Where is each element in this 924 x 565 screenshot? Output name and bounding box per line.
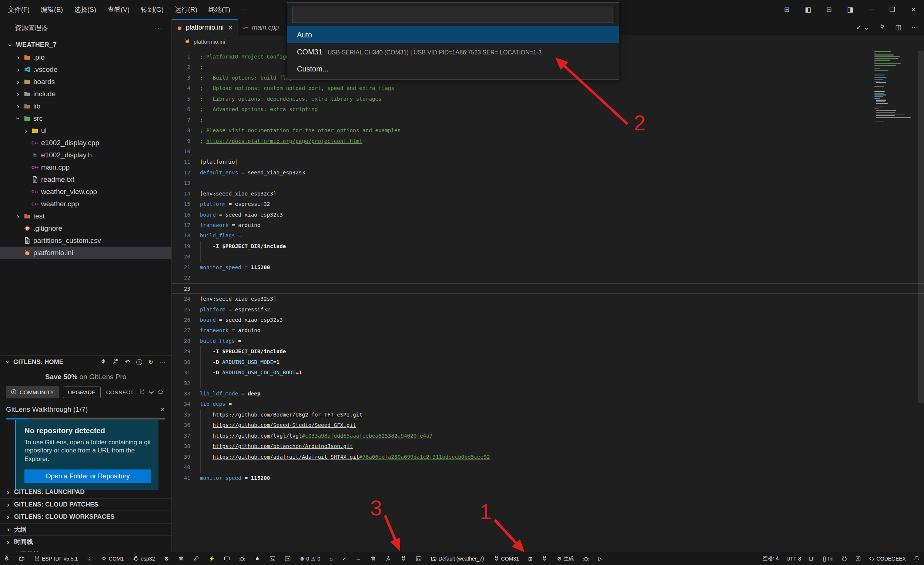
status-trash[interactable]: [178, 556, 184, 562]
code-line-7[interactable]: 7;: [172, 115, 924, 125]
more-button[interactable]: ···: [159, 359, 165, 365]
close-icon[interactable]: ×: [228, 24, 232, 32]
layout-sidebar-right-button[interactable]: ◨: [840, 0, 861, 19]
status-plugin[interactable]: [855, 556, 861, 562]
status-lightning[interactable]: ⚡: [208, 556, 215, 561]
menu-···[interactable]: ···: [236, 0, 254, 19]
status-CODEGEEX[interactable]: CODEGEEX: [869, 556, 906, 562]
status-trash[interactable]: [370, 556, 376, 562]
minimap[interactable]: [874, 51, 911, 122]
more-icon[interactable]: ···: [155, 24, 162, 32]
code-line-36[interactable]: 36 https://github.com/Seeed-Studio/Seeed…: [172, 420, 924, 430]
code-line-29[interactable]: 29 -I $PROJECT_DIR/include: [172, 346, 924, 356]
code-line-33[interactable]: 33lib_ldf_mode = deep: [172, 388, 924, 399]
status-flask[interactable]: [386, 556, 391, 562]
section-大纲[interactable]: ›大纲: [0, 523, 171, 536]
code-line-16[interactable]: 16board = seeed_xiao_esp32c3: [172, 210, 924, 220]
layout-panel-button[interactable]: ⊟: [819, 0, 840, 19]
gitlab-button[interactable]: [148, 389, 154, 396]
code-line-40[interactable]: 40: [172, 462, 924, 472]
code-line-11[interactable]: 11[platformio]: [172, 156, 924, 167]
code-line-20[interactable]: 20: [172, 251, 924, 262]
tree-item-boards[interactable]: ›boards: [0, 75, 171, 88]
quickpick-input[interactable]: [292, 7, 614, 23]
status-home[interactable]: ⌂: [330, 556, 332, 561]
gitlens-header[interactable]: › GITLENS: HOME ↶?↻···: [0, 355, 171, 368]
code-line-26[interactable]: 26board = seeed_xiao_esp32s3: [172, 315, 924, 325]
tree-item-WEATHER_7[interactable]: ›WEATHER_7: [0, 39, 171, 51]
status-monitor[interactable]: [224, 556, 230, 562]
section-GITLENS: LAUNCHPAD[interactable]: ›GITLENS: LAUNCHPAD: [0, 486, 171, 498]
tree-item-include[interactable]: ›include: [0, 88, 171, 100]
refresh-button[interactable]: ↻: [148, 359, 153, 365]
code-editor[interactable]: 1; PlatformIO Project Configuration File…: [172, 47, 924, 483]
status-plug[interactable]: [400, 556, 406, 562]
code-line-39[interactable]: 39 https://github.com/adafruit/Adafruit_…: [172, 452, 924, 462]
tree-item-ui[interactable]: ›ui: [0, 125, 171, 137]
status-flame[interactable]: [254, 556, 260, 562]
tree-item-weather_view.cpp[interactable]: C++weather_view.cpp: [0, 185, 171, 198]
menu-转到(G)[interactable]: 转到(G): [135, 0, 169, 19]
status-folders[interactable]: [19, 556, 25, 562]
code-line-28[interactable]: 28build_flags =: [172, 336, 924, 346]
status-COM31[interactable]: COM31: [494, 556, 519, 562]
status-LF[interactable]: LF: [809, 556, 815, 562]
status-plug[interactable]: [542, 556, 548, 562]
code-line-35[interactable]: 35 https://github.com/Bodmer/U8g2_for_TF…: [172, 410, 924, 420]
github-button[interactable]: [139, 389, 145, 396]
code-line-38[interactable]: 38 https://github.com/bblanchon/ArduinoJ…: [172, 441, 924, 451]
code-line-12[interactable]: 12default_envs = seeed_xiao_esp32s3: [172, 167, 924, 178]
status-check[interactable]: ✓: [342, 556, 346, 561]
status-Ini[interactable]: {}Ini: [823, 556, 833, 562]
tree-item-weather.cpp[interactable]: C++weather.cpp: [0, 198, 171, 210]
section-时间线[interactable]: ›时间线: [0, 535, 171, 548]
status-UTF-8[interactable]: UTF-8: [786, 556, 801, 562]
code-line-17[interactable]: 17framework = arduino: [172, 220, 924, 230]
code-line-18[interactable]: 18build_flags =: [172, 230, 924, 240]
status-ESP-IDF v5.5.1[interactable]: ESP-IDF v5.5.1: [34, 556, 78, 562]
status-terminal[interactable]: [270, 556, 275, 562]
status-box-arrow[interactable]: [285, 556, 291, 562]
quickpick-item-Auto[interactable]: Auto: [287, 26, 619, 43]
menu-查看(V)[interactable]: 查看(V): [102, 0, 135, 19]
status-play[interactable]: ▷: [598, 556, 602, 561]
code-line-10[interactable]: 10: [172, 146, 924, 156]
tree-item-src[interactable]: ›src: [0, 112, 171, 125]
tree-item-lib[interactable]: ›lib: [0, 100, 171, 112]
quickpick-item-Custom...[interactable]: Custom...: [287, 60, 619, 77]
code-line-22[interactable]: 22: [172, 272, 924, 283]
code-line-4[interactable]: 4; Upload options: custom upload port, s…: [172, 83, 924, 93]
code-line-41[interactable]: 41monitor_speed = 115200: [172, 473, 924, 483]
minimize-button[interactable]: ─: [861, 0, 882, 19]
status-0[interactable]: ⊗0⚠0: [300, 556, 320, 562]
menu-运行(R)[interactable]: 运行(R): [169, 0, 203, 19]
tab-platformio.ini[interactable]: platformio.ini×: [172, 19, 238, 36]
close-button[interactable]: ×: [903, 0, 924, 19]
undo-button[interactable]: ↶: [125, 359, 130, 365]
tree-item-test[interactable]: ›test: [0, 210, 171, 222]
menu-编辑(E)[interactable]: 编辑(E): [35, 0, 69, 19]
check-dropdown-button[interactable]: ✓ ⌄: [856, 24, 869, 32]
status-rocket[interactable]: [4, 556, 10, 562]
connect-button[interactable]: CONNECT: [105, 387, 135, 398]
tree-item-partitions_custom.csv[interactable]: partitions_custom.csv: [0, 234, 171, 246]
plug-button[interactable]: [879, 24, 885, 32]
split-button[interactable]: ◫: [895, 24, 902, 32]
menu-选择(S)[interactable]: 选择(S): [69, 0, 102, 19]
status-gear[interactable]: ⚙: [164, 556, 169, 561]
section-GITLENS: CLOUD PATCHES[interactable]: ›GITLENS: CLOUD PATCHES: [0, 498, 171, 511]
status-plus-box[interactable]: ⊞: [528, 556, 533, 561]
code-line-5[interactable]: 5; Library options: dependencies, extra …: [172, 94, 924, 104]
status-bell[interactable]: [914, 556, 920, 562]
megaphone-button[interactable]: [100, 358, 106, 366]
status-COM1[interactable]: COM1: [101, 556, 124, 562]
quickpick-item-COM31[interactable]: COM31USB-SERIAL CH340 (COM31) | USB VID:…: [287, 43, 619, 60]
tree-item-platformio.ini[interactable]: platformio.ini: [0, 246, 171, 259]
status-esp32[interactable]: esp32: [133, 556, 155, 562]
tree-item-.gitignore[interactable]: .gitignore: [0, 222, 171, 234]
code-line-23[interactable]: 23: [172, 283, 924, 294]
code-line-13[interactable]: 13: [172, 178, 924, 188]
upgrade-button[interactable]: UPGRADE: [63, 386, 101, 398]
status-wrench[interactable]: [193, 556, 199, 562]
status-bug[interactable]: [583, 556, 589, 562]
